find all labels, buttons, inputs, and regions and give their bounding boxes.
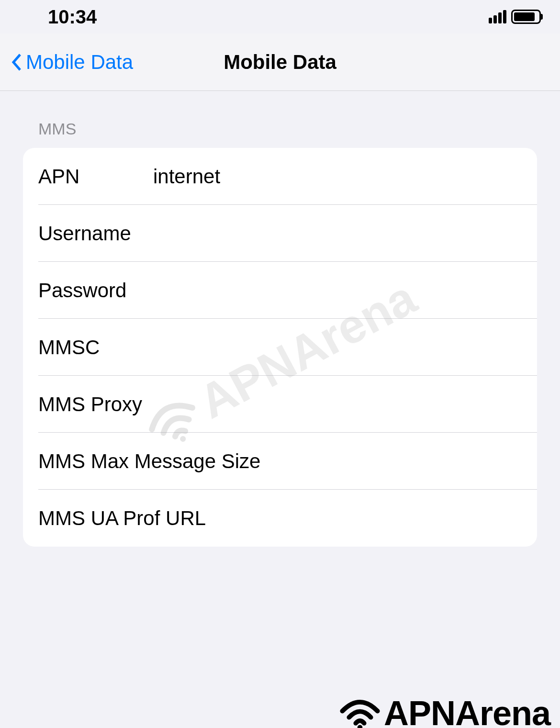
- mms-proxy-input[interactable]: [142, 393, 537, 416]
- section-header-mms: MMS: [23, 120, 537, 138]
- mms-max-size-label: MMS Max Message Size: [38, 450, 260, 473]
- mms-proxy-row[interactable]: MMS Proxy: [23, 376, 537, 433]
- page-title: Mobile Data: [224, 51, 336, 74]
- cellular-signal-icon: [489, 10, 506, 23]
- settings-group-mms: APN Username Password MMSC MMS Proxy MMS…: [23, 148, 537, 547]
- svg-point-1: [358, 725, 363, 728]
- apn-input[interactable]: [153, 165, 537, 188]
- mms-proxy-label: MMS Proxy: [38, 393, 142, 416]
- mms-max-size-row[interactable]: MMS Max Message Size: [23, 433, 537, 490]
- status-time: 10:34: [48, 6, 97, 28]
- content-area: MMS APN Username Password MMSC MMS Proxy: [0, 91, 560, 547]
- mms-ua-prof-row[interactable]: MMS UA Prof URL: [23, 490, 537, 547]
- mmsc-input[interactable]: [153, 336, 537, 359]
- username-label: Username: [38, 222, 153, 245]
- password-input[interactable]: [153, 279, 537, 302]
- mms-ua-prof-input[interactable]: [206, 507, 537, 530]
- status-icons: [489, 10, 541, 24]
- back-button[interactable]: Mobile Data: [0, 51, 133, 74]
- password-row[interactable]: Password: [23, 262, 537, 319]
- wifi-icon: [338, 696, 382, 728]
- chevron-left-icon: [11, 53, 22, 72]
- mms-max-size-input[interactable]: [260, 450, 537, 473]
- battery-icon: [511, 10, 541, 24]
- apn-label: APN: [38, 165, 153, 188]
- mmsc-row[interactable]: MMSC: [23, 319, 537, 376]
- username-input[interactable]: [153, 222, 537, 245]
- apn-row[interactable]: APN: [23, 148, 537, 205]
- password-label: Password: [38, 279, 153, 302]
- navigation-bar: Mobile Data Mobile Data: [0, 34, 560, 91]
- mmsc-label: MMSC: [38, 336, 153, 359]
- brand-footer: APNArena: [338, 694, 550, 728]
- brand-text: APNArena: [384, 694, 550, 728]
- mms-ua-prof-label: MMS UA Prof URL: [38, 507, 206, 530]
- status-bar: 10:34: [0, 0, 560, 34]
- username-row[interactable]: Username: [23, 205, 537, 262]
- back-label: Mobile Data: [26, 51, 133, 74]
